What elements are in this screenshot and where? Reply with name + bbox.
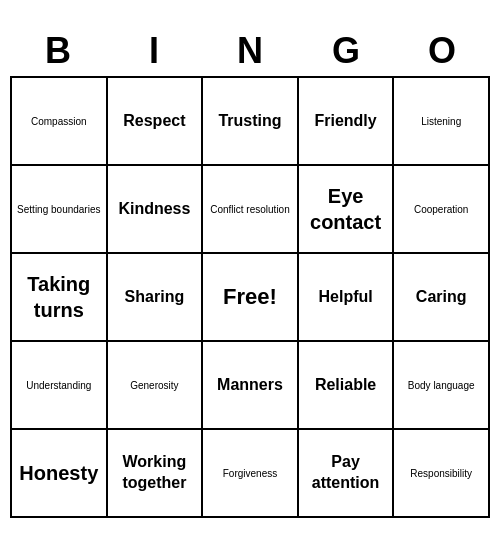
cell-text: Respect xyxy=(123,111,185,132)
cell-text: Trusting xyxy=(218,111,281,132)
bingo-header: BINGO xyxy=(10,26,490,76)
bingo-cell[interactable]: Helpful xyxy=(299,254,395,342)
bingo-cell[interactable]: Setting boundaries xyxy=(12,166,108,254)
bingo-cell[interactable]: Compassion xyxy=(12,78,108,166)
header-letter: I xyxy=(106,26,202,76)
cell-text: Compassion xyxy=(31,115,87,128)
bingo-cell[interactable]: Eye contact xyxy=(299,166,395,254)
cell-text: Manners xyxy=(217,375,283,396)
cell-text: Generosity xyxy=(130,379,178,392)
bingo-cell[interactable]: Caring xyxy=(394,254,490,342)
bingo-cell[interactable]: Responsibility xyxy=(394,430,490,518)
cell-text: Cooperation xyxy=(414,203,468,216)
cell-text: Body language xyxy=(408,379,475,392)
bingo-cell[interactable]: Understanding xyxy=(12,342,108,430)
bingo-cell[interactable]: Body language xyxy=(394,342,490,430)
bingo-cell[interactable]: Pay attention xyxy=(299,430,395,518)
cell-text: Taking turns xyxy=(16,271,102,323)
cell-text: Understanding xyxy=(26,379,91,392)
cell-text: Reliable xyxy=(315,375,376,396)
header-letter: B xyxy=(10,26,106,76)
bingo-cell[interactable]: Generosity xyxy=(108,342,204,430)
header-letter: G xyxy=(298,26,394,76)
cell-text: Setting boundaries xyxy=(17,203,100,216)
bingo-cell[interactable]: Friendly xyxy=(299,78,395,166)
bingo-cell[interactable]: Forgiveness xyxy=(203,430,299,518)
cell-text: Pay attention xyxy=(303,452,389,494)
cell-text: Forgiveness xyxy=(223,467,277,480)
bingo-card: BINGO CompassionRespectTrustingFriendlyL… xyxy=(10,26,490,518)
bingo-cell[interactable]: Conflict resolution xyxy=(203,166,299,254)
cell-text: Sharing xyxy=(125,287,185,308)
cell-text: Conflict resolution xyxy=(210,203,289,216)
cell-text: Responsibility xyxy=(410,467,472,480)
cell-text: Listening xyxy=(421,115,461,128)
header-letter: O xyxy=(394,26,490,76)
cell-text: Helpful xyxy=(318,287,372,308)
bingo-grid: CompassionRespectTrustingFriendlyListeni… xyxy=(10,76,490,518)
bingo-cell[interactable]: Listening xyxy=(394,78,490,166)
bingo-cell[interactable]: Free! xyxy=(203,254,299,342)
header-letter: N xyxy=(202,26,298,76)
cell-text: Free! xyxy=(223,284,277,310)
cell-text: Kindness xyxy=(118,199,190,220)
bingo-cell[interactable]: Reliable xyxy=(299,342,395,430)
bingo-cell[interactable]: Manners xyxy=(203,342,299,430)
bingo-cell[interactable]: Cooperation xyxy=(394,166,490,254)
cell-text: Honesty xyxy=(19,460,98,486)
cell-text: Caring xyxy=(416,287,467,308)
bingo-cell[interactable]: Working together xyxy=(108,430,204,518)
bingo-cell[interactable]: Honesty xyxy=(12,430,108,518)
bingo-cell[interactable]: Respect xyxy=(108,78,204,166)
cell-text: Friendly xyxy=(314,111,376,132)
cell-text: Working together xyxy=(112,452,198,494)
bingo-cell[interactable]: Trusting xyxy=(203,78,299,166)
bingo-cell[interactable]: Sharing xyxy=(108,254,204,342)
bingo-cell[interactable]: Taking turns xyxy=(12,254,108,342)
cell-text: Eye contact xyxy=(303,183,389,235)
bingo-cell[interactable]: Kindness xyxy=(108,166,204,254)
